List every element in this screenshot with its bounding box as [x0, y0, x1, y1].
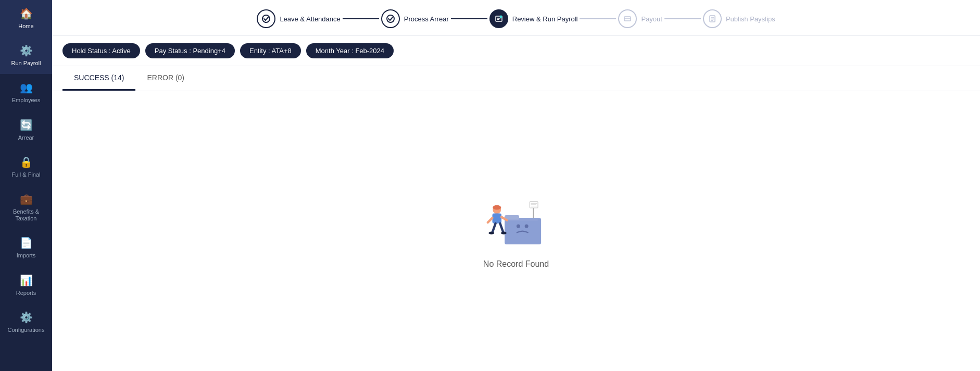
sidebar-item-reports[interactable]: 📊 Reports — [0, 267, 52, 304]
step-label-leave-attendance: Leave & Attendance — [280, 15, 340, 23]
filter-tag-pay-status[interactable]: Pay Status : Pending+4 — [145, 43, 235, 58]
step-circle-process-arrear — [381, 9, 400, 28]
step-label-process-arrear: Process Arrear — [404, 15, 449, 23]
svg-point-14 — [517, 224, 520, 228]
step-leave-attendance[interactable]: Leave & Attendance — [257, 9, 340, 28]
no-record-text: No Record Found — [483, 259, 549, 269]
sidebar-item-arrear[interactable]: 🔄 Arrear — [0, 112, 52, 149]
stepper: Leave & Attendance Process Arrear Review… — [52, 0, 980, 36]
step-connector-1 — [343, 18, 379, 19]
tab-success-label: SUCCESS (14) — [74, 73, 124, 82]
no-record-container: No Record Found — [480, 194, 552, 269]
sidebar-item-configurations[interactable]: ⚙️ Configurations — [0, 304, 52, 341]
step-circle-payout — [618, 9, 637, 28]
svg-point-18 — [493, 205, 501, 209]
svg-rect-19 — [493, 213, 502, 223]
sidebar-item-label: Imports — [17, 252, 36, 259]
sidebar-item-label: Full & Final — [11, 171, 40, 178]
step-connector-3 — [580, 18, 616, 19]
svg-line-21 — [488, 218, 493, 222]
configurations-icon: ⚙️ — [20, 311, 33, 324]
step-publish-payslips[interactable]: Publish Payslips — [703, 9, 775, 28]
filter-tag-month-year[interactable]: Month Year : Feb-2024 — [306, 43, 394, 58]
sidebar: 🏠 Home ⚙️ Run Payroll 👥 Employees 🔄 Arre… — [0, 0, 52, 371]
svg-point-24 — [489, 231, 495, 234]
tab-bar: SUCCESS (14) ERROR (0) — [52, 66, 980, 91]
svg-line-22 — [493, 223, 496, 232]
svg-point-5 — [499, 16, 502, 18]
sidebar-item-run-payroll[interactable]: ⚙️ Run Payroll — [0, 37, 52, 74]
svg-rect-6 — [624, 17, 631, 21]
sidebar-item-label: Arrear — [18, 134, 34, 141]
full-final-icon: 🔒 — [20, 156, 33, 168]
step-review-run-payroll[interactable]: Review & Run Payroll — [489, 9, 578, 28]
step-label-review-run-payroll: Review & Run Payroll — [512, 15, 578, 23]
home-icon: 🏠 — [20, 7, 33, 20]
step-circle-leave-attendance — [257, 9, 275, 28]
filter-tag-entity[interactable]: Entity : ATA+8 — [240, 43, 301, 58]
sidebar-item-label: Reports — [16, 290, 36, 296]
svg-point-15 — [525, 224, 529, 228]
run-payroll-icon: ⚙️ — [20, 44, 33, 57]
filter-tag-hold-status[interactable]: Hold Status : Active — [62, 43, 140, 58]
svg-rect-16 — [506, 219, 538, 220]
tab-error-label: ERROR (0) — [147, 73, 184, 82]
sidebar-item-benefits-taxation[interactable]: 💼 Benefits & Taxation — [0, 186, 52, 229]
employees-icon: 👥 — [20, 81, 33, 94]
step-process-arrear[interactable]: Process Arrear — [381, 9, 449, 28]
sidebar-item-imports[interactable]: 📄 Imports — [0, 229, 52, 266]
tab-success[interactable]: SUCCESS (14) — [62, 66, 135, 91]
sidebar-item-employees[interactable]: 👥 Employees — [0, 74, 52, 111]
step-label-payout: Payout — [641, 15, 662, 23]
benefits-icon: 💼 — [20, 193, 33, 205]
filter-bar: Hold Status : Active Pay Status : Pendin… — [52, 36, 980, 66]
sidebar-item-label: Run Payroll — [11, 60, 41, 67]
svg-point-25 — [501, 231, 507, 234]
step-circle-review-run-payroll — [489, 9, 508, 28]
step-payout[interactable]: Payout — [618, 9, 662, 28]
no-record-illustration — [480, 194, 552, 251]
sidebar-item-full-final[interactable]: 🔒 Full & Final — [0, 149, 52, 186]
step-connector-2 — [451, 18, 487, 19]
step-connector-4 — [664, 18, 701, 19]
sidebar-item-label: Benefits & Taxation — [4, 208, 48, 222]
main-content: Leave & Attendance Process Arrear Review… — [52, 0, 980, 371]
reports-icon: 📊 — [20, 274, 33, 287]
sidebar-item-home[interactable]: 🏠 Home — [0, 0, 52, 37]
sidebar-item-label: Employees — [12, 97, 40, 104]
sidebar-item-label: Configurations — [8, 327, 45, 333]
content-area: No Record Found — [52, 91, 980, 371]
tab-error[interactable]: ERROR (0) — [135, 66, 196, 91]
svg-line-23 — [500, 223, 503, 232]
step-circle-publish-payslips — [703, 9, 722, 28]
step-label-publish-payslips: Publish Payslips — [726, 15, 775, 23]
arrear-icon: 🔄 — [20, 119, 33, 131]
imports-icon: 📄 — [20, 237, 33, 249]
sidebar-item-label: Home — [18, 23, 33, 30]
